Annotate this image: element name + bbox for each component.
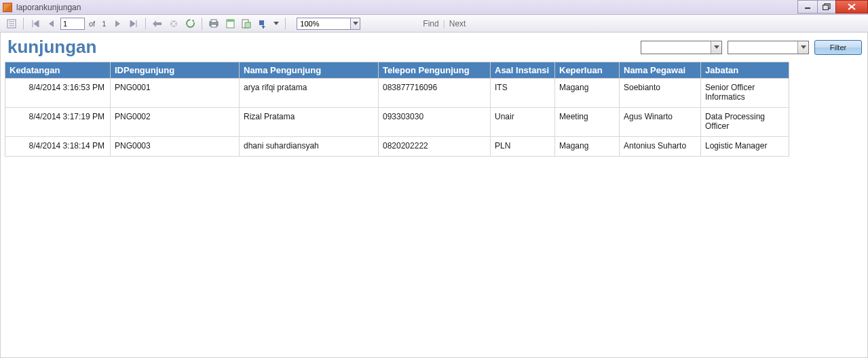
filter-combo-1[interactable] xyxy=(641,41,722,54)
window-titlebar: laporankunjungan xyxy=(0,0,868,15)
cell-jabatan: Data Processing Officer xyxy=(701,108,789,137)
cell-asal: PLN xyxy=(491,137,555,157)
cell-nama: arya rifqi pratama xyxy=(240,79,379,108)
last-page-button[interactable] xyxy=(126,16,141,31)
next-link[interactable]: Next xyxy=(449,19,466,28)
toolbar-separator xyxy=(202,18,202,30)
last-page-icon xyxy=(130,20,138,27)
page-setup-icon xyxy=(242,19,251,28)
print-icon xyxy=(209,19,219,28)
col-idpengunjung: IDPengunjung xyxy=(111,62,240,79)
filter-combo-1-dropdown[interactable] xyxy=(711,41,721,54)
report-title: kunjungan xyxy=(6,37,96,58)
cell-pegawai: Agus Winarto xyxy=(620,108,701,137)
print-layout-button[interactable] xyxy=(223,16,238,31)
refresh-icon xyxy=(186,19,195,28)
cell-asal: Unair xyxy=(491,108,555,137)
next-page-button[interactable] xyxy=(110,16,125,31)
report-header: kunjungan Filter xyxy=(1,33,867,62)
window-title: laporankunjungan xyxy=(16,3,81,12)
find-next-group: Find | Next xyxy=(423,19,466,28)
col-keperluan: Keperluan xyxy=(555,62,620,79)
cell-jabatan: Senior Officer Informatics xyxy=(701,79,789,108)
col-nama-pegawai: Nama Pegawai xyxy=(620,62,701,79)
toolbar-separator xyxy=(145,18,146,30)
toolbar-separator xyxy=(285,18,286,30)
page-number-input[interactable] xyxy=(60,18,85,30)
document-map-icon xyxy=(7,19,16,28)
page-total: 1 xyxy=(99,20,109,28)
filter-combo-1-value xyxy=(641,41,711,54)
cell-keperluan: Magang xyxy=(555,79,620,108)
svg-rect-2 xyxy=(823,5,829,10)
print-button[interactable] xyxy=(206,16,221,31)
cell-kedatangan: 8/4/2014 3:16:53 PM xyxy=(5,79,111,108)
first-page-button[interactable] xyxy=(28,16,43,31)
print-layout-icon xyxy=(226,19,235,28)
prev-page-button[interactable] xyxy=(44,16,59,31)
filter-combo-2[interactable] xyxy=(728,41,809,54)
cell-telepon: 093303030 xyxy=(379,108,491,137)
close-icon xyxy=(848,3,856,10)
table-row: 8/4/2014 3:18:14 PMPNG0003dhani suhardia… xyxy=(5,137,789,157)
chevron-down-icon xyxy=(801,45,806,49)
report-table: Kedatangan IDPengunjung Nama Pengunjung … xyxy=(5,62,789,157)
back-button[interactable] xyxy=(150,16,165,31)
cell-asal: ITS xyxy=(491,79,555,108)
cell-nama: dhani suhardiansyah xyxy=(240,137,379,157)
zoom-control xyxy=(297,18,360,30)
filter-button[interactable]: Filter xyxy=(814,40,862,55)
cell-telepon: 083877716096 xyxy=(379,79,491,108)
cell-jabatan: Logistic Manager xyxy=(701,137,789,157)
col-kedatangan: Kedatangan xyxy=(5,62,111,79)
next-page-icon xyxy=(114,20,121,27)
export-button[interactable] xyxy=(255,16,270,31)
table-header-row: Kedatangan IDPengunjung Nama Pengunjung … xyxy=(5,62,789,79)
stop-button[interactable] xyxy=(166,16,181,31)
col-asal-instansi: Asal Instansi xyxy=(491,62,555,79)
maximize-button[interactable] xyxy=(817,0,836,14)
cell-keperluan: Meeting xyxy=(555,108,620,137)
cell-id: PNG0003 xyxy=(111,137,240,157)
table-row: 8/4/2014 3:17:19 PMPNG0002Rizal Pratama0… xyxy=(5,108,789,137)
back-icon xyxy=(153,20,162,27)
svg-rect-13 xyxy=(211,20,216,22)
svg-rect-16 xyxy=(227,20,234,22)
close-button[interactable] xyxy=(835,0,868,14)
document-map-button[interactable] xyxy=(4,16,19,31)
filter-combo-2-value xyxy=(728,41,797,54)
separator-bar: | xyxy=(443,19,445,28)
maximize-icon xyxy=(823,3,831,10)
filter-combo-2-dropdown[interactable] xyxy=(797,41,808,54)
zoom-input[interactable] xyxy=(297,18,351,30)
form-icon xyxy=(3,3,12,12)
export-icon xyxy=(258,19,267,28)
cell-id: PNG0001 xyxy=(111,79,240,108)
refresh-button[interactable] xyxy=(183,16,197,31)
zoom-dropdown-button[interactable] xyxy=(351,18,360,30)
cell-pegawai: Antonius Suharto xyxy=(620,137,701,157)
svg-rect-18 xyxy=(245,22,250,28)
page-setup-button[interactable] xyxy=(239,16,254,31)
cell-pegawai: Soebianto xyxy=(620,79,701,108)
find-link[interactable]: Find xyxy=(423,19,438,28)
col-jabatan: Jabatan xyxy=(701,62,789,79)
report-viewport: kunjungan Filter Kedatangan IDPengunjung… xyxy=(0,33,868,358)
chevron-down-icon xyxy=(273,22,279,25)
first-page-icon xyxy=(31,20,39,27)
prev-page-icon xyxy=(48,20,55,27)
cell-nama: Rizal Pratama xyxy=(240,108,379,137)
toolbar-separator xyxy=(23,18,24,30)
svg-rect-14 xyxy=(211,24,216,27)
cell-kedatangan: 8/4/2014 3:17:19 PM xyxy=(5,108,111,137)
export-dropdown-button[interactable] xyxy=(271,16,281,31)
chevron-down-icon xyxy=(353,22,358,25)
chevron-down-icon xyxy=(714,45,719,49)
minimize-button[interactable] xyxy=(797,0,818,14)
cell-id: PNG0002 xyxy=(111,108,240,137)
stop-icon xyxy=(170,20,178,28)
col-telepon: Telepon Pengunjung xyxy=(379,62,491,79)
cell-keperluan: Magang xyxy=(555,137,620,157)
cell-telepon: 0820202222 xyxy=(379,137,491,157)
col-nama-pengunjung: Nama Pengunjung xyxy=(240,62,379,79)
